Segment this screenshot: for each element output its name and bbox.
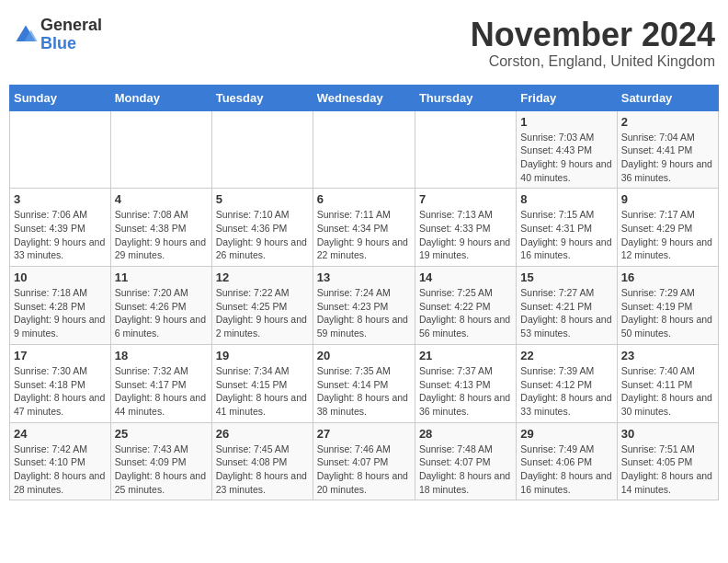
- weekday-header-tuesday: Tuesday: [211, 85, 313, 110]
- day-number: 8: [520, 192, 612, 206]
- day-number: 2: [621, 115, 714, 129]
- calendar-cell: 16Sunrise: 7:29 AM Sunset: 4:19 PM Dayli…: [617, 267, 718, 345]
- calendar-cell: 26Sunrise: 7:45 AM Sunset: 4:08 PM Dayli…: [211, 422, 313, 500]
- calendar-cell: [10, 110, 111, 189]
- weekday-header-friday: Friday: [517, 85, 617, 110]
- header: General Blue November 2024 Corston, Engl…: [9, 9, 719, 77]
- day-number: 14: [419, 270, 512, 284]
- week-row-2: 3Sunrise: 7:06 AM Sunset: 4:39 PM Daylig…: [10, 189, 719, 267]
- day-number: 15: [520, 270, 612, 284]
- week-row-4: 17Sunrise: 7:30 AM Sunset: 4:18 PM Dayli…: [10, 344, 719, 422]
- weekday-header-saturday: Saturday: [617, 85, 718, 110]
- calendar-cell: [313, 110, 415, 189]
- day-number: 22: [520, 349, 612, 362]
- day-info: Sunrise: 7:25 AM Sunset: 4:22 PM Dayligh…: [419, 286, 512, 340]
- day-number: 6: [317, 192, 411, 206]
- day-number: 13: [317, 270, 411, 284]
- calendar-cell: 21Sunrise: 7:37 AM Sunset: 4:13 PM Dayli…: [415, 344, 516, 422]
- day-info: Sunrise: 7:04 AM Sunset: 4:41 PM Dayligh…: [621, 131, 714, 185]
- calendar-cell: 12Sunrise: 7:22 AM Sunset: 4:25 PM Dayli…: [211, 267, 313, 345]
- calendar-table: SundayMondayTuesdayWednesdayThursdayFrid…: [9, 85, 719, 501]
- day-number: 17: [14, 349, 107, 362]
- day-number: 20: [317, 349, 411, 362]
- calendar-cell: 3Sunrise: 7:06 AM Sunset: 4:39 PM Daylig…: [10, 189, 111, 267]
- location: Corston, England, United Kingdom: [471, 53, 715, 70]
- calendar-cell: 22Sunrise: 7:39 AM Sunset: 4:12 PM Dayli…: [517, 344, 617, 422]
- week-row-1: 1Sunrise: 7:03 AM Sunset: 4:43 PM Daylig…: [10, 110, 719, 189]
- day-info: Sunrise: 7:27 AM Sunset: 4:21 PM Dayligh…: [520, 286, 612, 340]
- day-number: 23: [621, 349, 714, 362]
- calendar-cell: 23Sunrise: 7:40 AM Sunset: 4:11 PM Dayli…: [617, 344, 718, 422]
- day-info: Sunrise: 7:34 AM Sunset: 4:15 PM Dayligh…: [216, 364, 309, 419]
- day-info: Sunrise: 7:42 AM Sunset: 4:10 PM Dayligh…: [14, 442, 107, 497]
- calendar-cell: 30Sunrise: 7:51 AM Sunset: 4:05 PM Dayli…: [617, 422, 718, 500]
- day-number: 9: [621, 192, 714, 206]
- day-info: Sunrise: 7:24 AM Sunset: 4:23 PM Dayligh…: [317, 286, 411, 340]
- day-info: Sunrise: 7:20 AM Sunset: 4:26 PM Dayligh…: [115, 286, 208, 340]
- calendar-cell: 25Sunrise: 7:43 AM Sunset: 4:09 PM Dayli…: [110, 422, 211, 500]
- day-info: Sunrise: 7:32 AM Sunset: 4:17 PM Dayligh…: [115, 364, 208, 419]
- calendar-cell: 7Sunrise: 7:13 AM Sunset: 4:33 PM Daylig…: [415, 189, 516, 267]
- day-info: Sunrise: 7:10 AM Sunset: 4:36 PM Dayligh…: [216, 208, 309, 262]
- calendar-cell: 28Sunrise: 7:48 AM Sunset: 4:07 PM Dayli…: [415, 422, 516, 500]
- day-info: Sunrise: 7:06 AM Sunset: 4:39 PM Dayligh…: [14, 208, 107, 262]
- day-info: Sunrise: 7:43 AM Sunset: 4:09 PM Dayligh…: [115, 442, 208, 497]
- day-info: Sunrise: 7:11 AM Sunset: 4:34 PM Dayligh…: [317, 208, 411, 262]
- day-info: Sunrise: 7:03 AM Sunset: 4:43 PM Dayligh…: [520, 131, 612, 185]
- day-number: 1: [520, 115, 612, 129]
- day-info: Sunrise: 7:15 AM Sunset: 4:31 PM Dayligh…: [520, 208, 612, 262]
- title-area: November 2024 Corston, England, United K…: [471, 17, 715, 70]
- day-number: 27: [317, 427, 411, 441]
- month-title: November 2024: [471, 17, 715, 53]
- day-number: 16: [621, 270, 714, 284]
- calendar-body: 1Sunrise: 7:03 AM Sunset: 4:43 PM Daylig…: [10, 110, 719, 500]
- weekday-header-sunday: Sunday: [10, 85, 111, 110]
- day-number: 25: [115, 427, 208, 441]
- day-number: 30: [621, 427, 714, 441]
- calendar-cell: 15Sunrise: 7:27 AM Sunset: 4:21 PM Dayli…: [517, 267, 617, 345]
- day-info: Sunrise: 7:08 AM Sunset: 4:38 PM Dayligh…: [115, 208, 208, 262]
- day-number: 24: [14, 427, 107, 441]
- calendar-cell: [415, 110, 516, 189]
- calendar-cell: 9Sunrise: 7:17 AM Sunset: 4:29 PM Daylig…: [617, 189, 718, 267]
- day-number: 26: [216, 427, 309, 441]
- calendar-cell: 20Sunrise: 7:35 AM Sunset: 4:14 PM Dayli…: [313, 344, 415, 422]
- day-number: 5: [216, 192, 309, 206]
- day-info: Sunrise: 7:37 AM Sunset: 4:13 PM Dayligh…: [419, 364, 512, 419]
- calendar-cell: 29Sunrise: 7:49 AM Sunset: 4:06 PM Dayli…: [517, 422, 617, 500]
- day-number: 21: [419, 349, 512, 362]
- weekday-header-row: SundayMondayTuesdayWednesdayThursdayFrid…: [10, 85, 719, 110]
- day-info: Sunrise: 7:39 AM Sunset: 4:12 PM Dayligh…: [520, 364, 612, 419]
- calendar-cell: 5Sunrise: 7:10 AM Sunset: 4:36 PM Daylig…: [211, 189, 313, 267]
- day-info: Sunrise: 7:40 AM Sunset: 4:11 PM Dayligh…: [621, 364, 714, 419]
- day-number: 11: [115, 270, 208, 284]
- day-number: 18: [115, 349, 208, 362]
- logo-general-text: General: [40, 17, 102, 35]
- calendar-cell: 2Sunrise: 7:04 AM Sunset: 4:41 PM Daylig…: [617, 110, 718, 189]
- day-number: 7: [419, 192, 512, 206]
- logo: General Blue: [13, 17, 102, 53]
- day-info: Sunrise: 7:13 AM Sunset: 4:33 PM Dayligh…: [419, 208, 512, 262]
- day-info: Sunrise: 7:18 AM Sunset: 4:28 PM Dayligh…: [14, 286, 107, 340]
- calendar-cell: 17Sunrise: 7:30 AM Sunset: 4:18 PM Dayli…: [10, 344, 111, 422]
- calendar-cell: 10Sunrise: 7:18 AM Sunset: 4:28 PM Dayli…: [10, 267, 111, 345]
- day-number: 19: [216, 349, 309, 362]
- day-number: 29: [520, 427, 612, 441]
- calendar-cell: 8Sunrise: 7:15 AM Sunset: 4:31 PM Daylig…: [517, 189, 617, 267]
- weekday-header-thursday: Thursday: [415, 85, 516, 110]
- day-info: Sunrise: 7:29 AM Sunset: 4:19 PM Dayligh…: [621, 286, 714, 340]
- calendar-cell: 4Sunrise: 7:08 AM Sunset: 4:38 PM Daylig…: [110, 189, 211, 267]
- day-info: Sunrise: 7:48 AM Sunset: 4:07 PM Dayligh…: [419, 442, 512, 497]
- day-info: Sunrise: 7:22 AM Sunset: 4:25 PM Dayligh…: [216, 286, 309, 340]
- day-info: Sunrise: 7:49 AM Sunset: 4:06 PM Dayligh…: [520, 442, 612, 497]
- calendar-cell: 11Sunrise: 7:20 AM Sunset: 4:26 PM Dayli…: [110, 267, 211, 345]
- day-number: 3: [14, 192, 107, 206]
- day-info: Sunrise: 7:35 AM Sunset: 4:14 PM Dayligh…: [317, 364, 411, 419]
- day-info: Sunrise: 7:46 AM Sunset: 4:07 PM Dayligh…: [317, 442, 411, 497]
- day-info: Sunrise: 7:17 AM Sunset: 4:29 PM Dayligh…: [621, 208, 714, 262]
- calendar-cell: [110, 110, 211, 189]
- day-info: Sunrise: 7:45 AM Sunset: 4:08 PM Dayligh…: [216, 442, 309, 497]
- logo-blue-text: Blue: [40, 35, 102, 53]
- calendar-cell: 14Sunrise: 7:25 AM Sunset: 4:22 PM Dayli…: [415, 267, 516, 345]
- calendar-cell: 18Sunrise: 7:32 AM Sunset: 4:17 PM Dayli…: [110, 344, 211, 422]
